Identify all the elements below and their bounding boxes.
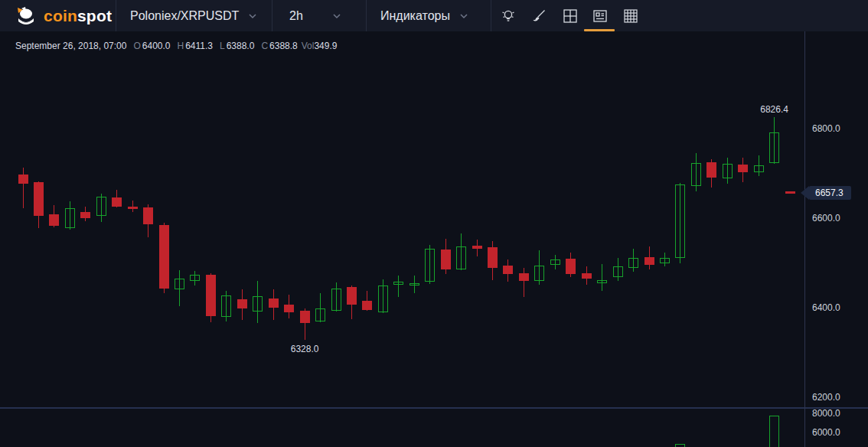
price-axis-tick: 6800.0 (812, 123, 840, 134)
price-axis-tick: 6600.0 (812, 213, 840, 224)
low-price-annotation: 6328.0 (291, 344, 319, 354)
pane-divider[interactable] (0, 407, 868, 409)
logo-text: coinspot (44, 7, 112, 25)
toolbar: coinspot Poloniex/XRPUSDT 2h Индикаторы (0, 0, 868, 32)
symbol-dropdown[interactable]: Poloniex/XRPUSDT (130, 0, 257, 31)
interval-dropdown[interactable]: 2h (289, 0, 341, 31)
price-axis-tick: 6200.0 (812, 392, 840, 403)
brush-icon[interactable] (530, 7, 548, 25)
toolbar-separator (491, 0, 491, 31)
chevron-down-icon (332, 11, 341, 21)
volume-bar[interactable] (769, 416, 779, 447)
interval-label: 2h (289, 9, 303, 23)
current-price-tag: 6657.3 (809, 186, 851, 200)
volume-axis-tick: 6000.0 (812, 427, 840, 438)
coinspot-cat-icon (15, 6, 38, 26)
legend-volume: Vol349.9 (302, 41, 338, 51)
coinspot-logo[interactable]: coinspot (15, 0, 112, 31)
toolbar-separator (272, 0, 272, 31)
legend-date: September 26, 2018, 07:00 (15, 41, 126, 51)
high-price-annotation: 6826.4 (760, 104, 788, 115)
price-axis-border (804, 31, 805, 447)
ohlc-legend: September 26, 2018, 07:00 O6400.0 H6411.… (15, 41, 337, 51)
chevron-down-icon (459, 11, 468, 21)
grid-icon[interactable] (622, 7, 640, 25)
chart-details-icon[interactable] (591, 7, 609, 25)
toolbar-separator (366, 0, 367, 31)
toolbar-separator (116, 0, 116, 31)
volume-axis-tick: 8000.0 (812, 408, 840, 419)
legend-high: H6411.3 (178, 41, 213, 51)
legend-low: L6388.0 (220, 41, 254, 51)
price-axis-tick: 6400.0 (812, 302, 840, 313)
layout-grid-icon[interactable] (561, 7, 579, 25)
legend-close: C6388.8 (261, 41, 297, 51)
indicators-dropdown[interactable]: Индикаторы (380, 0, 468, 31)
legend-open: O6400.0 (133, 41, 170, 51)
volume-bar[interactable] (675, 444, 685, 447)
symbol-label: Poloniex/XRPUSDT (130, 9, 239, 23)
idea-bulb-icon[interactable] (499, 7, 517, 25)
candlestick-chart[interactable]: September 26, 2018, 07:00 O6400.0 H6411.… (0, 31, 868, 447)
indicators-label: Индикаторы (380, 9, 450, 23)
chevron-down-icon (248, 11, 257, 21)
